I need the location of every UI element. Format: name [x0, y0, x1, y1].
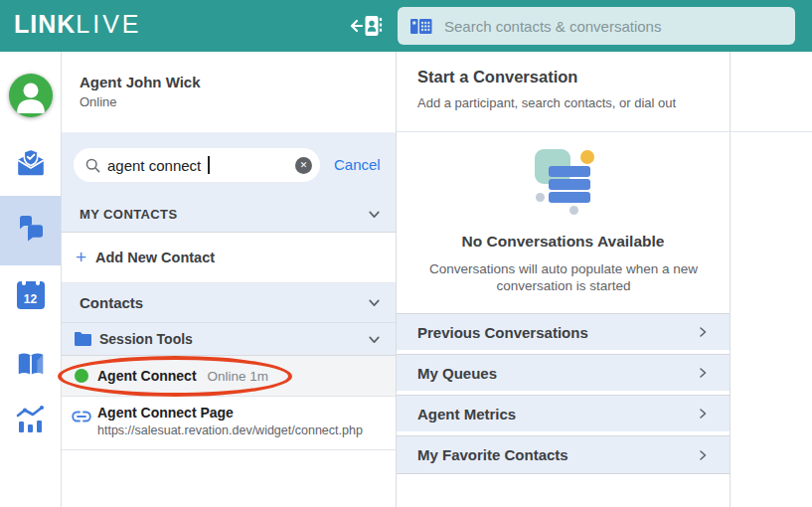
sidebar-item-conversations[interactable] — [0, 209, 61, 247]
chevron-right-icon — [696, 407, 710, 421]
avatar — [9, 74, 53, 117]
contact-row-agent-connect-page[interactable]: Agent Connect Page https://salesuat.reva… — [62, 397, 396, 450]
calendar-date-label: 12 — [17, 292, 45, 306]
sidebar-item-inbox[interactable] — [0, 147, 61, 179]
my-contacts-section-header[interactable]: MY CONTACTS — [62, 196, 396, 233]
page-subtitle: Add a participant, search contacts, or d… — [417, 95, 676, 110]
folder-icon — [74, 331, 92, 347]
accordion-label: Previous Conversations — [417, 324, 588, 341]
book-icon — [14, 350, 48, 380]
collapse-contacts-button[interactable] — [349, 10, 385, 42]
link-icon — [72, 411, 91, 422]
calendar-icon: 12 — [17, 281, 45, 309]
illustration-gray-dot — [569, 206, 578, 215]
session-tools-group-header[interactable]: Session Tools — [62, 323, 396, 356]
plus-icon: + — [76, 247, 95, 268]
clear-search-button[interactable]: ✕ — [295, 157, 312, 174]
logo-bold: LINK — [14, 10, 76, 38]
collapse-contacts-icon — [349, 10, 385, 42]
illustration-gray-dot — [536, 193, 545, 202]
accordion-agent-metrics[interactable]: Agent Metrics — [397, 395, 730, 431]
illustration-yellow-dot — [580, 150, 594, 164]
session-tools-label: Session Tools — [99, 331, 193, 347]
sidebar-nav: 12 — [0, 52, 62, 507]
logo-light: LIVE — [76, 10, 141, 38]
illustration-bar — [549, 192, 590, 203]
detail-pane — [731, 52, 812, 507]
accordion-label: Agent Metrics — [417, 406, 516, 422]
empty-state-subtitle: Conversations will auto populate when a … — [414, 260, 713, 294]
analytics-chart-icon — [14, 404, 48, 435]
my-contacts-label: MY CONTACTS — [80, 207, 178, 222]
accordion-my-queues[interactable]: My Queues — [397, 354, 730, 391]
link-url: https://salesuat.revation.dev/widget/con… — [97, 422, 363, 438]
accordion-label: My Queues — [417, 365, 497, 382]
accordion-label: My Favorite Contacts — [417, 446, 568, 463]
contact-status: Online 1m — [208, 369, 269, 384]
chevron-right-icon — [696, 448, 710, 462]
contact-row-agent-connect[interactable]: Agent Connect Online 1m — [62, 356, 396, 397]
agent-header: Agent John Wick Online — [62, 52, 396, 132]
verified-mail-icon — [15, 147, 47, 179]
detail-pane-header — [731, 52, 812, 132]
app-logo: LINKLIVE — [14, 10, 142, 39]
illustration-bar — [549, 179, 590, 190]
search-icon — [84, 157, 101, 174]
contact-name: Agent Connect — [97, 368, 197, 384]
chevron-down-icon — [367, 332, 382, 347]
global-search — [398, 7, 795, 45]
add-new-contact-label: Add New Contact — [95, 250, 215, 265]
global-search-input[interactable] — [444, 18, 783, 35]
chevron-right-icon — [696, 325, 710, 339]
add-new-contact-button[interactable]: + Add New Contact — [62, 233, 396, 283]
sidebar-item-calendar[interactable]: 12 — [0, 277, 61, 309]
agent-name: Agent John Wick — [80, 74, 201, 90]
conversation-header: Start a Conversation Add a participant, … — [397, 52, 730, 132]
sidebar-item-profile[interactable] — [0, 74, 61, 117]
search-query-text: agent connect — [107, 157, 201, 174]
empty-state-title: No Conversations Available — [397, 233, 730, 251]
conversation-panel: Start a Conversation Add a participant, … — [397, 52, 731, 507]
sidebar-item-directory[interactable] — [0, 350, 61, 380]
accordion-my-favorite-contacts[interactable]: My Favorite Contacts — [397, 435, 730, 474]
agent-status: Online — [80, 94, 117, 109]
chevron-right-icon — [696, 366, 710, 380]
online-status-dot — [75, 369, 88, 383]
contacts-panel: Agent John Wick Online agent connect ✕ C… — [62, 52, 397, 507]
accordion-previous-conversations[interactable]: Previous Conversations — [397, 313, 730, 350]
contacts-search-input[interactable]: agent connect ✕ — [74, 148, 320, 182]
text-caret — [208, 156, 210, 174]
contacts-section-header[interactable]: Contacts — [62, 283, 396, 323]
chat-bubbles-icon — [12, 209, 50, 247]
cancel-search-button[interactable]: Cancel — [334, 156, 381, 173]
person-icon — [9, 74, 53, 117]
directory-dialer-icon — [409, 17, 432, 36]
illustration-bar — [549, 166, 590, 177]
top-bar: LINKLIVE — [0, 0, 812, 52]
chevron-down-icon — [367, 295, 382, 310]
link-title: Agent Connect Page — [97, 403, 363, 422]
page-title: Start a Conversation — [417, 68, 577, 86]
sidebar-item-metrics[interactable] — [0, 404, 61, 435]
chevron-down-icon — [367, 207, 382, 222]
contacts-search-section: agent connect ✕ Cancel — [62, 132, 396, 196]
contacts-label: Contacts — [80, 294, 143, 311]
